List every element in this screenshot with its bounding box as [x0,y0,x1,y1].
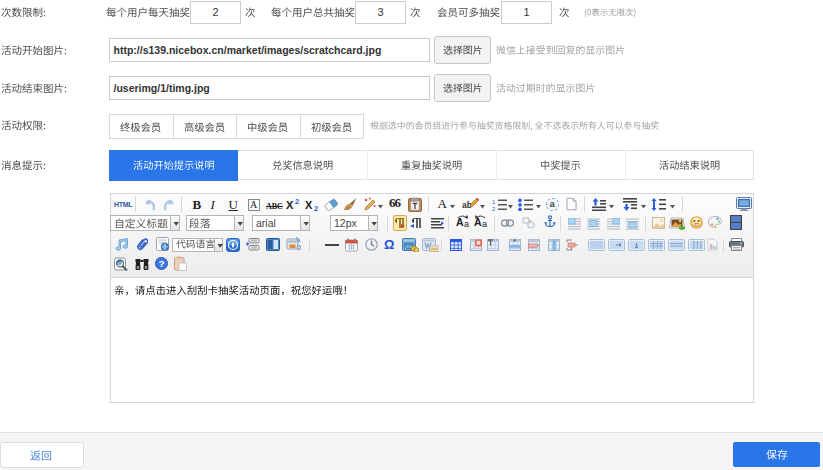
svg-text:1: 1 [492,198,496,204]
svg-text:?: ? [158,258,164,269]
svg-text:2: 2 [492,206,496,211]
